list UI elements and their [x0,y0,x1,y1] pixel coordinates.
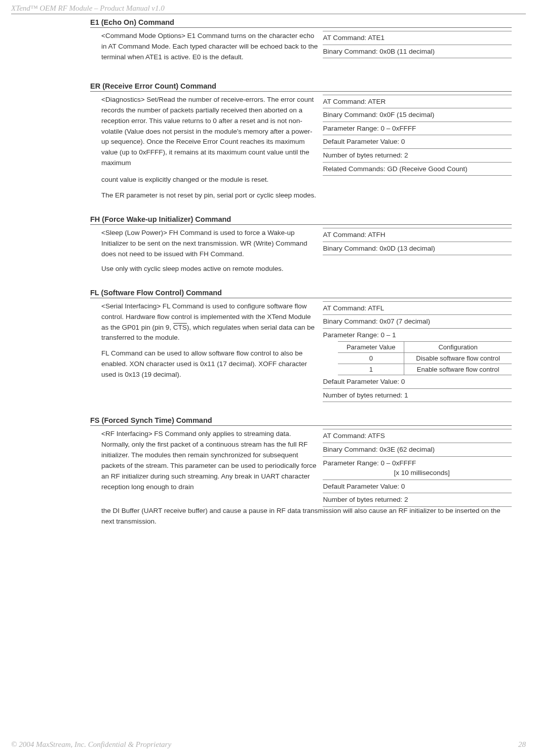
page-footer: © 2004 MaxStream, Inc. Confidential & Pr… [11,740,526,749]
infobox-fh: AT Command: ATFH Binary Command: 0x0D (1… [323,228,512,255]
info-row: AT Command: ATFS [323,429,512,443]
table-cell: Disable software flow control [404,353,512,364]
section-title-er: ER (Receive Error Count) Command [90,82,512,92]
info-row: AT Command: ATFH [323,228,512,242]
info-row: Number of bytes returned: 1 [323,389,512,403]
section-er: ER (Receive Error Count) Command <Diagno… [90,82,512,201]
desc-er: <Diagnostics> Set/Read the number of rec… [101,95,319,174]
section-fh: FH (Force Wake-up Initializer) Command <… [90,215,512,274]
table-cell: Enable software flow control [404,364,512,375]
info-row: AT Command: ATE1 [323,31,512,45]
trail-er: count value is explicitly changed or the… [90,175,512,201]
section-fl: FL (Software Flow Control) Command <Seri… [90,289,512,403]
info-row: Default Parameter Value: 0 [323,135,512,149]
infobox-fl: AT Command: ATFL Binary Command: 0x07 (7… [323,301,512,403]
footer-left: © 2004 MaxStream, Inc. Confidential & Pr… [11,740,171,749]
info-row: Binary Command: 0x07 (7 decimal) [323,315,512,329]
table-header: Parameter Value [338,342,404,353]
table-header: Configuration [404,342,512,353]
info-row: Parameter Range: 0 – 0xFFFF [x 10 millis… [323,457,512,480]
info-row: Default Parameter Value: 0 [323,480,512,494]
table-cell: 1 [338,364,404,375]
desc-fl: <Serial Interfacing> FL Command is used … [101,301,319,385]
info-row: AT Command: ATER [323,95,512,109]
footer-page-number: 28 [518,740,526,749]
infobox-fs: AT Command: ATFS Binary Command: 0x3E (6… [323,429,512,506]
section-title-fl: FL (Software Flow Control) Command [90,289,512,298]
info-row: Parameter Range: 0 – 0xFFFF [323,122,512,136]
desc-fs: <RF Interfacing> FS Command only applies… [101,429,319,498]
cts-overline: CTS [173,324,187,331]
info-row: Related Commands: GD (Receive Good Count… [323,163,512,176]
fl-param-table: Parameter Value Configuration 0 Disable … [338,341,512,375]
infobox-e1: AT Command: ATE1 Binary Command: 0x0B (1… [323,31,512,58]
info-row: AT Command: ATFL [323,301,512,315]
desc-e1: <Command Mode Options> E1 Command turns … [101,31,319,68]
trail-fs: the DI Buffer (UART receive buffer) and … [90,506,512,527]
info-row: Number of bytes returned: 2 [323,149,512,163]
infobox-er: AT Command: ATER Binary Command: 0x0F (1… [323,95,512,176]
section-fs: FS (Forced Synch Time) Command <RF Inter… [90,416,512,527]
info-row: Binary Command: 0x0B (11 decimal) [323,45,512,59]
table-cell: 0 [338,353,404,364]
section-title-e1: E1 (Echo On) Command [90,18,512,28]
page-header: XTend™ OEM RF Module – Product Manual v1… [11,4,526,14]
section-title-fs: FS (Forced Synch Time) Command [90,416,512,426]
section-e1: E1 (Echo On) Command <Command Mode Optio… [90,18,512,68]
trail-fh: Use only with cyclic sleep modes active … [90,264,512,274]
info-row: Number of bytes returned: 2 [323,493,512,507]
info-row: Binary Command: 0x3E (62 decimal) [323,443,512,457]
desc-fh: <Sleep (Low Power)> FH Command is used t… [101,228,319,265]
info-row: Binary Command: 0x0F (15 decimal) [323,108,512,122]
info-row: Parameter Range: 0 – 1 [323,329,512,342]
info-row: Default Parameter Value: 0 [323,375,512,389]
section-title-fh: FH (Force Wake-up Initializer) Command [90,215,512,225]
info-row: Binary Command: 0x0D (13 decimal) [323,242,512,256]
page-content: E1 (Echo On) Command <Command Mode Optio… [90,18,512,541]
